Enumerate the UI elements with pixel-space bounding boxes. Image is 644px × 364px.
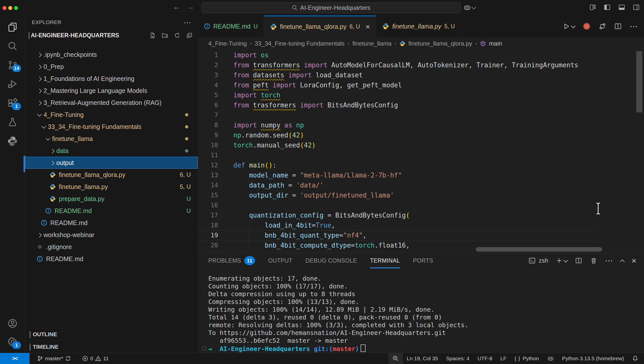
settings-gear-icon[interactable]: 1 xyxy=(7,336,19,348)
encoding-status[interactable]: UTF-8 xyxy=(473,353,497,364)
split-terminal-icon[interactable] xyxy=(575,257,582,264)
close-panel-icon[interactable]: × xyxy=(631,256,636,266)
copilot-menu[interactable] xyxy=(463,4,475,12)
tree-item[interactable]: 0_Prep xyxy=(25,61,198,73)
tree-item[interactable]: README.mdU xyxy=(25,205,198,217)
maximize-panel-icon[interactable] xyxy=(620,259,624,264)
code-line[interactable]: from trasformers import BitsAndBytesConf… xyxy=(233,100,595,110)
indentation-status[interactable]: Spaces: 4 xyxy=(442,353,473,364)
tree-item[interactable]: prepare_data.pyU xyxy=(25,193,198,205)
code-line[interactable] xyxy=(233,200,595,210)
source-control-icon[interactable]: 14 xyxy=(7,59,19,71)
more-actions-icon[interactable]: ⋯ xyxy=(629,21,638,31)
code-line[interactable]: model_name = "meta-llama/Llama-2-7b-hf" xyxy=(233,170,595,180)
code-line[interactable]: from peft import LoraConfig, get_peft_mo… xyxy=(233,80,595,90)
tree-item[interactable]: 1_Foundations of AI Engineering xyxy=(25,73,198,85)
command-center-search[interactable]: AI-Engineer-Headquarters xyxy=(201,2,461,13)
tree-item[interactable]: README.md xyxy=(25,217,198,229)
collapse-all-icon[interactable] xyxy=(186,32,193,39)
tab-terminal[interactable]: TERMINAL xyxy=(370,253,400,268)
breadcrumb-item[interactable]: finetune_llama xyxy=(352,40,391,47)
code-line[interactable]: quantization_config = BitsAndBytesConfig… xyxy=(233,210,595,220)
outline-section[interactable]: OUTLINE xyxy=(25,328,198,340)
tab-debug-console[interactable]: DEBUG CONSOLE xyxy=(305,253,357,268)
tab-output[interactable]: OUTPUT xyxy=(268,253,292,268)
account-icon[interactable] xyxy=(7,317,19,329)
zoom-status-icon[interactable] xyxy=(388,353,403,364)
code-line[interactable]: from datasets import load_dataset xyxy=(233,70,595,80)
timeline-section[interactable]: TIMELINE xyxy=(25,340,198,353)
tree-item[interactable]: output xyxy=(25,157,198,169)
cursor-position-status[interactable]: Ln 19, Col 35 xyxy=(403,353,442,364)
forward-icon[interactable]: → xyxy=(187,3,194,11)
code-line[interactable]: import os xyxy=(233,50,595,60)
run-debug-icon[interactable] xyxy=(7,78,19,90)
code-line[interactable] xyxy=(233,150,595,160)
new-folder-icon[interactable] xyxy=(162,32,168,39)
python-view-icon[interactable] xyxy=(7,135,19,147)
panel-more-actions-icon[interactable]: ⋯ xyxy=(605,256,613,265)
python-interpreter-status[interactable]: Python 3.13.5 (homebrew) xyxy=(558,353,628,364)
close-window-button[interactable] xyxy=(3,6,7,10)
minimize-window-button[interactable] xyxy=(8,6,12,10)
code-line[interactable]: torch.manual_seed(42) xyxy=(233,140,595,150)
tab-finetune-llama[interactable]: finetune_llama.py 5, U xyxy=(376,16,461,37)
toggle-secondary-sidebar-icon[interactable] xyxy=(632,4,640,11)
customize-layout-icon[interactable] xyxy=(589,4,596,11)
horizontal-scrollbar[interactable] xyxy=(476,247,602,252)
tree-item[interactable]: 2_Mastering Large Language Models xyxy=(25,85,198,97)
tree-item[interactable]: README.md xyxy=(25,253,198,265)
tree-item[interactable]: 3_Retrieval-Augmented Generation (RAG) xyxy=(25,97,198,109)
notifications-bell[interactable] xyxy=(628,353,644,364)
eol-status[interactable]: LF xyxy=(496,353,511,364)
code-line[interactable]: load_in_4bit=True, xyxy=(233,220,595,230)
back-icon[interactable]: ← xyxy=(173,3,180,11)
terminal-shell-selector[interactable]: zsh xyxy=(528,257,548,264)
tree-item[interactable]: workshop-webinar xyxy=(25,229,198,241)
tree-item[interactable]: 4_Fine-Tuning xyxy=(25,109,198,121)
new-terminal-button[interactable] xyxy=(556,257,567,264)
code-line[interactable]: import torch xyxy=(233,90,595,100)
tree-item[interactable]: finetune_llama.py5, U xyxy=(25,181,198,193)
breadcrumb-item[interactable]: main xyxy=(489,40,502,47)
branch-status[interactable]: master* xyxy=(33,353,75,364)
code-line[interactable] xyxy=(233,110,595,120)
code-line[interactable]: data_path = 'data/' xyxy=(233,180,595,190)
split-editor-icon[interactable] xyxy=(614,22,622,30)
toggle-sidebar-icon[interactable] xyxy=(603,4,611,11)
terminal-output[interactable]: Enumerating objects: 17, done.Counting o… xyxy=(198,268,644,353)
open-changes-icon[interactable] xyxy=(598,22,606,30)
close-tab-icon[interactable]: × xyxy=(366,23,370,31)
tree-item[interactable]: finetune_llama_qlora.py6, U xyxy=(25,169,198,181)
tab-readme[interactable]: README.md U xyxy=(198,16,264,37)
extensions-icon[interactable]: 1 xyxy=(7,97,19,109)
breadcrumb-item[interactable]: 33_34_Fine-tuning Fundamentals xyxy=(255,40,345,47)
breadcrumb-item[interactable]: finetune_llama_qlora.py xyxy=(408,40,472,47)
explorer-more-actions-icon[interactable]: ⋯ xyxy=(184,18,192,27)
code-editor[interactable]: 123456789101112131415161718192021 import… xyxy=(198,50,644,253)
language-mode-status[interactable]: { } Python xyxy=(511,353,543,364)
tree-item[interactable]: .ipynb_checkpoints xyxy=(25,49,198,61)
code-line[interactable]: import numpy as np xyxy=(233,120,595,130)
code-line[interactable]: def main(): xyxy=(233,160,595,170)
code-line[interactable]: np.random.seed(42) xyxy=(233,130,595,140)
testing-icon[interactable] xyxy=(7,116,19,128)
minimap[interactable] xyxy=(595,50,634,253)
code-line[interactable]: from transformers import AutoModelForCau… xyxy=(233,60,595,70)
explorer-icon[interactable] xyxy=(7,21,19,33)
tab-ports[interactable]: PORTS xyxy=(413,253,433,268)
tree-item[interactable]: finetune_llama xyxy=(25,133,198,145)
tree-item[interactable]: 33_34_Fine-tuning Fundamentals xyxy=(25,121,198,133)
new-file-icon[interactable] xyxy=(149,32,156,39)
extension-action-icon[interactable] xyxy=(582,22,591,31)
tab-finetune-llama-qlora[interactable]: finetune_llama_qlora.py 6, U × xyxy=(264,16,376,37)
workspace-root-header[interactable]: AI-ENGINEER-HEADQUARTERS xyxy=(25,29,198,42)
tree-item[interactable]: .gitignore xyxy=(25,241,198,253)
zoom-window-button[interactable] xyxy=(14,6,18,10)
remote-indicator[interactable]: >< xyxy=(0,353,30,364)
code-line[interactable]: bnb_4bit_quant_type="nf4", xyxy=(233,230,595,240)
refresh-icon[interactable] xyxy=(174,32,181,39)
problems-status[interactable]: 0 11 xyxy=(78,353,113,364)
breadcrumb-item[interactable]: 4_Fine-Tuning xyxy=(208,40,247,47)
tab-problems[interactable]: PROBLEMS 11 xyxy=(208,253,255,268)
